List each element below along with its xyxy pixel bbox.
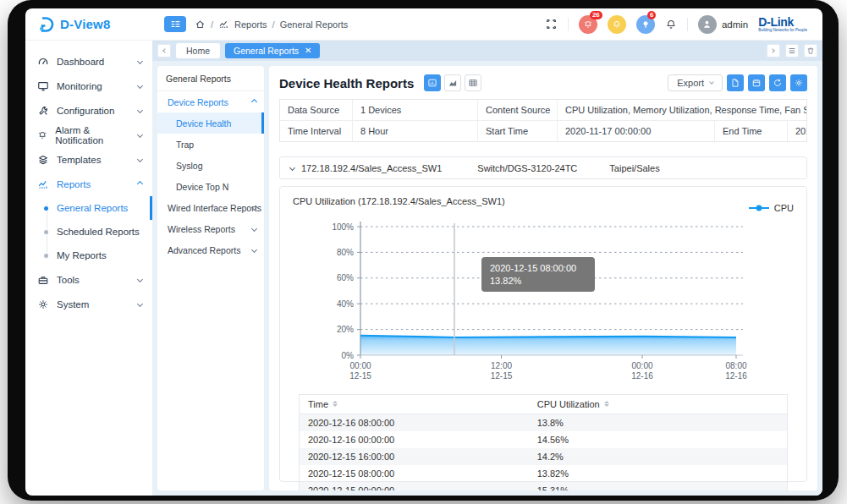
svg-text:12-16: 12-16 <box>631 371 653 381</box>
notification-bell-icon[interactable] <box>665 19 677 30</box>
breadcrumb-section[interactable]: Reports <box>234 19 267 30</box>
calendar-icon <box>751 78 762 88</box>
tree-item-syslog[interactable]: Syslog <box>157 155 264 176</box>
critical-alarm-button[interactable]: 26 <box>579 15 597 34</box>
view-chart-button[interactable] <box>444 74 461 91</box>
report-summary-table: Data Source 1 Devices Content Source CPU… <box>279 99 807 142</box>
chevron-down-icon <box>709 79 714 85</box>
svg-text:0%: 0% <box>342 351 355 360</box>
cpu-utilization-card: CPU Utilization (172.18.192.4/Sales_Acce… <box>279 186 807 482</box>
reports-icon <box>218 19 229 30</box>
device-model: Switch/DGS-3120-24TC <box>477 163 577 173</box>
sidebar-item-alarm-notification[interactable]: Alarm & Notification <box>25 123 152 147</box>
cell-value: 15.31% <box>529 482 788 490</box>
dview-logo-icon <box>37 16 54 33</box>
sort-icon[interactable] <box>604 401 609 408</box>
tree-group-wired-interface-reports[interactable]: Wired Interface Reports <box>157 197 264 218</box>
person-icon <box>701 19 712 30</box>
svg-text:20%: 20% <box>337 325 354 334</box>
report-file-button[interactable] <box>727 74 744 91</box>
dlink-logo: D-Link Building Networks for People <box>758 16 811 33</box>
app-logo: D-View8 <box>25 16 152 33</box>
column-header-time[interactable]: Time <box>300 395 529 414</box>
view-combined-button[interactable] <box>424 74 441 91</box>
table-row: 2020-12-15 16:00:00 14.2% <box>300 448 788 465</box>
column-header-cpu-utilization[interactable]: CPU Utilization <box>529 395 788 414</box>
table-row: 2020-12-16 00:00:00 14.56% <box>300 431 788 448</box>
close-icon[interactable]: ✕ <box>305 47 311 55</box>
gear-icon <box>37 299 49 310</box>
analytics-icon <box>37 178 49 190</box>
home-icon[interactable] <box>195 19 206 30</box>
chevron-up-icon <box>251 99 257 105</box>
sort-icon[interactable] <box>333 401 338 408</box>
sidebar-item-configuration[interactable]: Configuration <box>25 98 152 123</box>
chevron-left-icon <box>162 48 168 53</box>
tree-group-advanced-reports[interactable]: Advanced Reports <box>157 239 264 260</box>
export-button[interactable]: Export <box>668 74 723 91</box>
sidebar-item-system[interactable]: System <box>25 292 152 316</box>
sidebar-toggle-button[interactable] <box>164 16 186 32</box>
cpu-data-table: Time CPU Utilization 20 <box>299 394 788 490</box>
tree-group-device-reports[interactable]: Device Reports <box>157 91 264 112</box>
refresh-button[interactable] <box>769 74 786 91</box>
svg-text:12-16: 12-16 <box>725 371 747 381</box>
legend-line-icon <box>748 205 770 211</box>
svg-text:60%: 60% <box>337 273 354 282</box>
summary-label: Start Time <box>478 121 558 141</box>
tree-item-device-top-n[interactable]: Device Top N <box>157 176 264 197</box>
sidebar-item-general-reports[interactable]: General Reports <box>25 196 152 220</box>
cell-time: 2020-12-15 08:00:00 <box>300 465 529 482</box>
alarm-bell-icon <box>583 19 593 30</box>
device-name: 172.18.192.4/Sales_Access_SW1 <box>301 163 442 173</box>
device-accordion-header[interactable]: 172.18.192.4/Sales_Access_SW1 Switch/DGS… <box>279 156 807 179</box>
chevron-down-icon <box>251 226 257 232</box>
chart-legend[interactable]: CPU <box>748 196 794 213</box>
sidebar-item-scheduled-reports[interactable]: Scheduled Reports <box>25 220 152 244</box>
sidebar-item-templates[interactable]: Templates <box>25 147 152 172</box>
tab-home[interactable]: Home <box>176 43 220 58</box>
schedule-button[interactable] <box>748 74 765 91</box>
tabs-scroll-right-button[interactable] <box>767 44 780 58</box>
alarm-count-badge: 26 <box>590 11 602 19</box>
fullscreen-icon[interactable] <box>545 18 558 30</box>
tab-general-reports[interactable]: General Reports ✕ <box>225 43 320 58</box>
summary-label: Time Interval <box>280 121 353 141</box>
chevron-down-icon <box>137 156 143 162</box>
tips-button[interactable]: 6 <box>636 15 655 34</box>
svg-text:100%: 100% <box>332 222 354 232</box>
svg-text:40%: 40% <box>337 299 354 309</box>
tree-item-trap[interactable]: Trap <box>157 134 264 155</box>
app-window: D-View8 / Reports <box>25 8 822 496</box>
chevron-down-icon <box>251 247 257 253</box>
stage: D-View8 / Reports <box>0 0 847 504</box>
chevron-up-icon <box>137 181 143 187</box>
tree-group-wireless-reports[interactable]: Wireless Reports <box>157 218 264 239</box>
chevron-down-icon <box>137 301 143 307</box>
user-menu[interactable]: admin <box>698 15 748 34</box>
sidebar-item-my-reports[interactable]: My Reports <box>25 244 152 267</box>
cell-value: 13.82% <box>529 465 788 482</box>
refresh-icon <box>773 78 783 88</box>
settings-button[interactable] <box>790 74 807 91</box>
trash-icon <box>806 47 815 55</box>
tabs-scroll-left-button[interactable] <box>157 44 171 58</box>
tree-item-device-health[interactable]: Device Health <box>157 112 264 134</box>
sidebar-item-reports[interactable]: Reports <box>25 172 152 196</box>
table-row: 2020-12-16 08:00:00 13.8% <box>300 414 788 432</box>
sidebar-item-monitoring[interactable]: Monitoring <box>25 74 152 98</box>
svg-text:00:00: 00:00 <box>631 361 652 370</box>
toolbox-icon <box>37 274 49 286</box>
svg-text:13.82%: 13.82% <box>490 276 522 286</box>
tabs-menu-button[interactable] <box>785 44 799 58</box>
user-avatar <box>698 15 717 34</box>
warning-alarm-button[interactable] <box>608 15 626 34</box>
device-location: Taipei/Sales <box>609 163 659 173</box>
chevron-down-icon <box>137 132 143 138</box>
cell-time: 2020-12-16 00:00:00 <box>300 431 529 448</box>
view-table-button[interactable] <box>465 74 481 91</box>
sidebar-item-tools[interactable]: Tools <box>25 267 152 292</box>
sidebar-item-dashboard[interactable]: Dashboard <box>25 49 152 74</box>
svg-text:00:00: 00:00 <box>349 361 371 370</box>
tabs-close-all-button[interactable] <box>804 44 817 58</box>
